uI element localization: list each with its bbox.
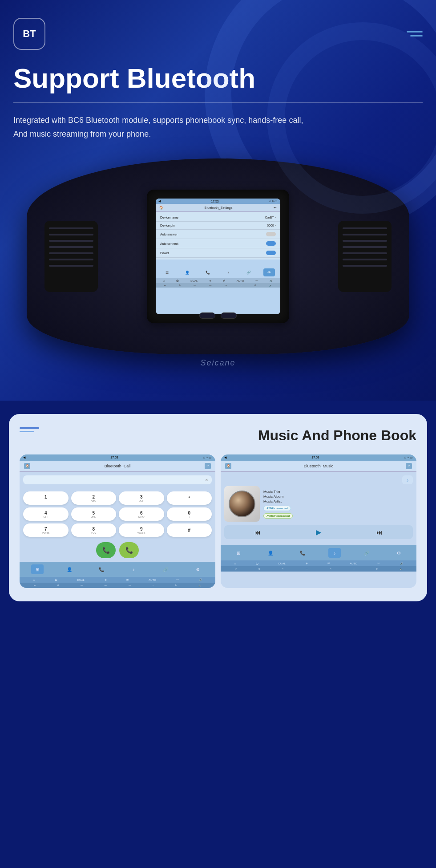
- car-display-area: ◀ 17:53 ⌂ ≈ ▭ 🏠 Bluetooth_Settings ↩ Dev…: [13, 158, 423, 354]
- phone-eq-row-2: ↩0〜—〜♪0🔈: [20, 583, 215, 588]
- music-title: Music Title: [263, 490, 413, 494]
- music-icon-user: 👤: [264, 548, 277, 558]
- phone-icon-music: ♪: [127, 564, 140, 574]
- page-title: Support Bluetooth: [13, 63, 423, 93]
- screen-user-icon: 👤: [182, 268, 193, 276]
- music-icon-grid: ⊞: [232, 548, 245, 558]
- music-content-area: ♪ Music Title Music Album Music Artist A…: [221, 472, 416, 545]
- bottom-hamburger-icon[interactable]: [20, 427, 39, 432]
- device-name-row: Device name CarBT ›: [156, 214, 280, 222]
- screen-eq-bar: ⌂⏻DUAL❄⇄AUTO〰🔊: [156, 278, 280, 283]
- bt-logo: BT: [13, 18, 45, 50]
- music-artist: Music Artist: [263, 499, 413, 503]
- power-row: Power: [156, 248, 280, 258]
- auto-connect-row: Auto connect: [156, 239, 280, 248]
- phone-eq-row: ⌂⏻DUAL❄⇄AUTO〰🔊: [20, 577, 215, 583]
- next-button[interactable]: ⏭: [376, 529, 383, 536]
- key-6[interactable]: 6MNO: [119, 507, 164, 521]
- music-back-icon: ↩: [406, 463, 412, 469]
- phone-keypad: 1— 2ABC 3DEF * 4GHI 5JKL 6MNO 0+ 7PQRS 8…: [20, 488, 215, 540]
- key-4[interactable]: 4GHI: [23, 507, 69, 521]
- phone-screen: ◀ 17:53 ⌂ ≈ ▭ 🏠 Bluetooth_Call ↩ ✕ 1— 2A…: [20, 454, 215, 588]
- music-nav-bar: 🏠 Bluetooth_Music ↩: [221, 461, 416, 472]
- redial-button[interactable]: 📞: [119, 542, 139, 558]
- key-hash[interactable]: #: [167, 523, 212, 537]
- music-bottom-icons: ⊞ 👤 📞 ♪ 🔗 ⚙: [221, 545, 416, 560]
- music-icon-note: ♪: [328, 548, 341, 558]
- key-9[interactable]: 9WXYZ: [119, 523, 164, 537]
- phone-icon-settings: ⚙: [191, 564, 204, 574]
- music-info: Music Title Music Album Music Artist A2D…: [263, 486, 413, 522]
- phone-icon-link: 🔗: [159, 564, 172, 574]
- music-note-button[interactable]: ♪: [402, 475, 413, 484]
- screens-row: ◀ 17:53 ⌂ ≈ ▭ 🏠 Bluetooth_Call ↩ ✕ 1— 2A…: [20, 454, 416, 588]
- header-row: BT: [13, 18, 423, 50]
- screen-menu-icon: ☰: [161, 268, 173, 276]
- car-control-buttons: [199, 312, 237, 319]
- screen-eye-icon: 👁: [263, 268, 275, 276]
- auto-answer-row: Auto answer: [156, 230, 280, 239]
- key-2[interactable]: 2ABC: [71, 491, 117, 505]
- music-status-bar: ◀ 17:53 ⌂ ≈ ▭: [221, 454, 416, 461]
- right-vent: [338, 221, 392, 292]
- phone-input-display: ✕: [23, 475, 212, 484]
- key-8[interactable]: 8TUV: [71, 523, 117, 537]
- music-home-icon: 🏠: [225, 463, 231, 469]
- brand-label: Seicane: [200, 358, 235, 368]
- music-screen: ◀ 17:53 ⌂ ≈ ▭ 🏠 Bluetooth_Music ↩ ♪: [221, 454, 416, 588]
- key-1[interactable]: 1—: [23, 491, 69, 505]
- screen-status-bar: ◀ 17:53 ⌂ ≈ ▭: [156, 199, 280, 204]
- screen-eq-bar-2: ↩0〜—〜♪0🔈: [156, 283, 280, 288]
- play-button[interactable]: ▶: [316, 528, 321, 536]
- album-disc: [229, 491, 255, 517]
- phone-icon-phone: 📞: [95, 564, 108, 574]
- key-3[interactable]: 3DEF: [119, 491, 164, 505]
- phone-icon-grid: ⊞: [31, 564, 44, 574]
- music-eq-row: ⌂⏻DUAL❄⇄AUTO〰🔊: [221, 560, 416, 566]
- screen-display: ◀ 17:53 ⌂ ≈ ▭ 🏠 Bluetooth_Settings ↩ Dev…: [156, 199, 280, 314]
- left-vent: [44, 221, 98, 292]
- screen-nav-bar: 🏠 Bluetooth_Settings ↩: [156, 204, 280, 212]
- music-icon-settings: ⚙: [392, 548, 405, 558]
- phone-icon-user: 👤: [63, 564, 76, 574]
- bottom-section: Music And Phone Book ◀ 17:53 ⌂ ≈ ▭ 🏠 Blu…: [9, 414, 427, 601]
- screen-bottom-bar: ☰ 👤 📞 ♪ 🔗 👁: [156, 267, 280, 278]
- section-divider: [13, 102, 423, 103]
- device-pin-row: Device pin 0000 ›: [156, 222, 280, 230]
- call-button[interactable]: 📞: [96, 542, 116, 558]
- phone-home-icon: 🏠: [24, 463, 30, 469]
- screen-music-icon: ♪: [222, 268, 234, 276]
- key-star[interactable]: *: [167, 491, 212, 505]
- music-eq-row-2: ↩0〜—〜♪0🔈: [221, 566, 416, 572]
- phone-status-bar: ◀ 17:53 ⌂ ≈ ▭: [20, 454, 215, 461]
- screen-link-icon: 🔗: [243, 268, 254, 276]
- car-body: ◀ 17:53 ⌂ ≈ ▭ 🏠 Bluetooth_Settings ↩ Dev…: [27, 158, 409, 354]
- music-player: Music Title Music Album Music Artist A2D…: [224, 486, 413, 522]
- avrcp-badge: AVRCP connected: [263, 513, 293, 519]
- key-7[interactable]: 7PQRS: [23, 523, 69, 537]
- bottom-header: Music And Phone Book: [20, 427, 416, 444]
- screen-phone-icon: 📞: [202, 268, 214, 276]
- music-album: Music Album: [263, 495, 413, 499]
- music-controls: ⏮ ▶ ⏭: [224, 525, 413, 539]
- description-text: Integrated with BC6 Bluetooth module, su…: [13, 114, 325, 141]
- bottom-section-title: Music And Phone Book: [258, 427, 416, 444]
- screen-bezel: ◀ 17:53 ⌂ ≈ ▭ 🏠 Bluetooth_Settings ↩ Dev…: [147, 190, 289, 323]
- key-5[interactable]: 5JKL: [71, 507, 117, 521]
- screen-settings-content: Device name CarBT › Device pin 0000 › Au…: [156, 212, 280, 260]
- music-icon-phone: 📞: [296, 548, 309, 558]
- phone-back-icon: ↩: [205, 463, 211, 469]
- phone-bottom-icons: ⊞ 👤 📞 ♪ 🔗 ⚙: [20, 562, 215, 577]
- hero-section: BT Support Bluetooth Integrated with BC6…: [0, 0, 436, 401]
- call-buttons: 📞 📞: [20, 540, 215, 562]
- key-0[interactable]: 0+: [167, 507, 212, 521]
- album-art: [224, 486, 260, 522]
- hamburger-menu-icon[interactable]: [407, 31, 423, 37]
- phone-nav-bar: 🏠 Bluetooth_Call ↩: [20, 461, 215, 472]
- music-icon-link: 🔗: [360, 548, 373, 558]
- prev-button[interactable]: ⏮: [254, 529, 261, 536]
- a2dp-badge: A2DP connected: [263, 506, 291, 511]
